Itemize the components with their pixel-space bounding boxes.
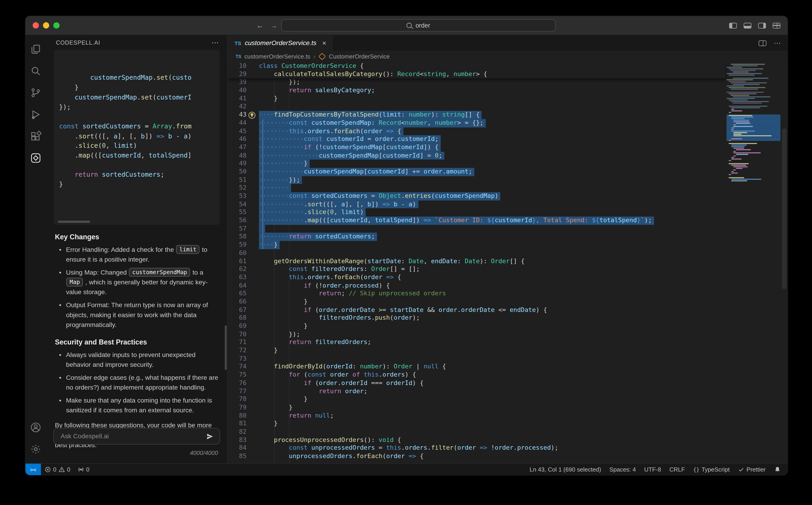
editor-more-actions-icon[interactable]: ⋯ xyxy=(774,39,781,47)
code-line[interactable]: 45········this.orders.forEach(order => { xyxy=(228,127,726,136)
code-line[interactable]: 80 return null; xyxy=(228,412,726,420)
code-line[interactable]: 48················customerSpendMap[custo… xyxy=(228,152,726,160)
code-line[interactable]: 68 filteredOrders.push(order); xyxy=(228,314,726,322)
code-line[interactable]: 57 xyxy=(228,225,726,233)
notifications-bell-icon[interactable] xyxy=(770,464,785,475)
code-line[interactable]: 69 } xyxy=(228,322,726,330)
code-line[interactable]: 42 xyxy=(228,103,726,111)
line-number[interactable]: 83 xyxy=(228,436,246,444)
account-icon[interactable] xyxy=(25,417,46,439)
back-button[interactable]: ← xyxy=(256,21,264,29)
code-line[interactable]: 61 getOrdersWithinDateRange(startDate: D… xyxy=(228,257,726,266)
code-line[interactable]: 72 } xyxy=(228,347,726,355)
code-line[interactable]: 43····findTopCustomersByTotalSpend(limit… xyxy=(228,111,726,119)
code-line[interactable]: 70 }); xyxy=(228,330,726,339)
ask-codespell-input[interactable] xyxy=(60,432,206,440)
code-line[interactable]: 84 const unprocessedOrders = this.orders… xyxy=(228,444,726,453)
horizontal-scrollbar[interactable] xyxy=(58,221,90,223)
settings-gear-icon[interactable] xyxy=(25,438,46,460)
line-number[interactable]: 59 xyxy=(228,241,246,249)
code-line[interactable]: 49············} xyxy=(228,160,726,168)
code-line[interactable]: 59····} xyxy=(228,241,726,249)
code-line[interactable]: 53········const sortedCustomers = Object… xyxy=(228,192,726,200)
code-line[interactable]: 41 } xyxy=(228,95,726,103)
code-line[interactable]: 10class CustomerOrderService { xyxy=(228,62,726,70)
line-number[interactable]: 50 xyxy=(228,168,246,176)
line-number[interactable]: 73 xyxy=(228,355,246,363)
code-line[interactable]: 82 xyxy=(228,428,726,436)
code-line[interactable]: 73 xyxy=(228,355,726,363)
line-number[interactable]: 58 xyxy=(228,233,246,241)
line-number[interactable]: 68 xyxy=(228,314,246,322)
code-line[interactable]: 29 calculateTotalSalesByCategory(): Reco… xyxy=(228,70,726,78)
line-number[interactable]: 84 xyxy=(228,444,246,453)
indentation-setting[interactable]: Spaces: 4 xyxy=(605,464,640,475)
line-number[interactable]: 54 xyxy=(228,200,246,208)
cursor-position[interactable]: Ln 43, Col 1 (690 selected) xyxy=(525,464,605,475)
code-line[interactable]: 78 } xyxy=(228,395,726,404)
forward-button[interactable]: → xyxy=(270,21,278,29)
code-line[interactable]: 67 if (order.orderDate >= startDate && o… xyxy=(228,306,726,314)
zoom-window-button[interactable] xyxy=(53,22,59,28)
line-number[interactable]: 66 xyxy=(228,298,246,306)
line-number[interactable]: 56 xyxy=(228,216,246,225)
search-icon[interactable] xyxy=(25,60,46,82)
ports-indicator[interactable]: 0 xyxy=(74,464,93,475)
line-number[interactable]: 47 xyxy=(228,143,246,152)
code-line[interactable]: 56············.map(([customerId, totalSp… xyxy=(228,216,726,225)
line-number[interactable]: 85 xyxy=(228,453,246,461)
line-number[interactable]: 40 xyxy=(228,87,246,95)
line-number[interactable]: 79 xyxy=(228,403,246,412)
language-mode[interactable]: {} TypeScript xyxy=(689,464,734,475)
code-line[interactable]: 75 for (const order of this.orders) { xyxy=(228,371,726,379)
line-number[interactable]: 77 xyxy=(228,387,246,395)
code-editor[interactable]: 39 });40 return salesByCategory;41 }4243… xyxy=(228,62,788,463)
line-number[interactable]: 44 xyxy=(228,119,246,127)
code-line[interactable]: 66 } xyxy=(228,298,726,306)
line-number[interactable]: 65 xyxy=(228,290,246,298)
run-and-debug-icon[interactable] xyxy=(25,104,46,126)
line-number[interactable]: 45 xyxy=(228,127,246,136)
line-number[interactable]: 48 xyxy=(228,152,246,160)
breadcrumb-symbol[interactable]: CustomerOrderService xyxy=(329,53,390,59)
source-control-icon[interactable] xyxy=(25,82,46,104)
code-line[interactable]: 39 }); xyxy=(228,78,726,87)
line-number[interactable]: 72 xyxy=(228,347,246,355)
send-icon[interactable] xyxy=(206,433,214,440)
code-line[interactable]: 79 } xyxy=(228,403,726,412)
line-number[interactable]: 41 xyxy=(228,95,246,103)
eol-setting[interactable]: CRLF xyxy=(665,464,689,475)
line-number[interactable]: 10 xyxy=(228,62,246,70)
more-actions-icon[interactable]: ⋯ xyxy=(212,38,219,46)
line-number[interactable]: 62 xyxy=(228,266,246,274)
line-number[interactable]: 55 xyxy=(228,208,246,217)
editor-scrollbar[interactable] xyxy=(782,128,787,289)
line-number[interactable]: 53 xyxy=(228,192,246,200)
code-line[interactable]: 64 if (!order.processed) { xyxy=(228,282,726,290)
tab-customerOrderService[interactable]: TS customerOrderService.ts × xyxy=(228,35,332,51)
line-number[interactable]: 39 xyxy=(228,78,246,87)
line-number[interactable]: 81 xyxy=(228,420,246,428)
code-line[interactable]: 52········ xyxy=(228,184,726,192)
line-number[interactable]: 51 xyxy=(228,176,246,184)
line-number[interactable]: 71 xyxy=(228,339,246,347)
code-line[interactable]: 47············if (!customerSpendMap[cust… xyxy=(228,143,726,152)
code-line[interactable]: 83 processUnprocessedOrders(): void { xyxy=(228,436,726,444)
explorer-icon[interactable] xyxy=(25,38,46,60)
sidebar-scrollbar[interactable] xyxy=(225,325,227,370)
line-number[interactable]: 46 xyxy=(228,135,246,143)
line-number[interactable]: 49 xyxy=(228,160,246,168)
line-number[interactable]: 76 xyxy=(228,379,246,387)
code-line[interactable]: 50············customerSpendMap[customerI… xyxy=(228,168,726,176)
line-number[interactable]: 75 xyxy=(228,371,246,379)
command-center-search[interactable]: order xyxy=(281,19,556,32)
lightbulb-icon[interactable] xyxy=(246,111,259,119)
code-line[interactable]: 60 xyxy=(228,249,726,257)
line-number[interactable]: 61 xyxy=(228,257,246,266)
encoding-setting[interactable]: UTF-8 xyxy=(640,464,665,475)
line-number[interactable]: 78 xyxy=(228,395,246,404)
code-line[interactable]: 51········}); xyxy=(228,176,726,184)
line-number[interactable]: 63 xyxy=(228,274,246,282)
formatter-status[interactable]: Prettier xyxy=(734,464,770,475)
line-number[interactable]: 74 xyxy=(228,363,246,371)
